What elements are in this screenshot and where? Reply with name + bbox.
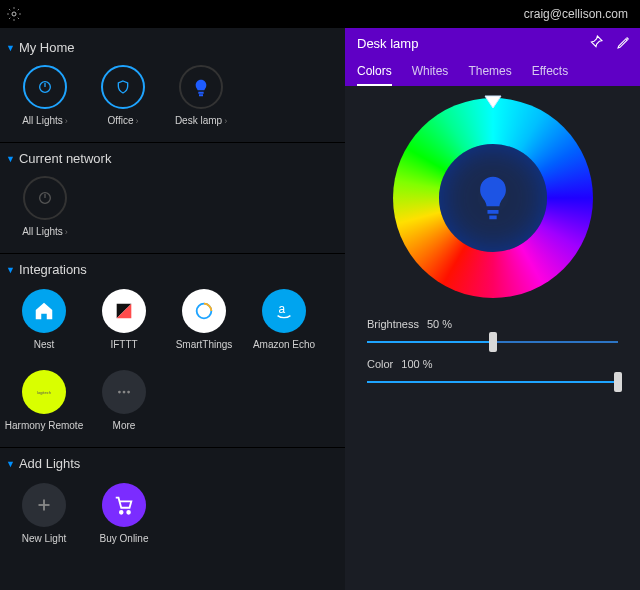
pin-icon[interactable]: [588, 34, 604, 52]
chip-new-light[interactable]: New Light: [18, 483, 70, 544]
brightness-value: 50 %: [427, 318, 452, 330]
collapse-icon: ▼: [6, 154, 15, 164]
color-label: Color: [367, 358, 393, 370]
collapse-icon: ▼: [6, 459, 15, 469]
chip-more[interactable]: More: [98, 370, 150, 431]
section-header-network[interactable]: ▼ Current network: [0, 145, 345, 172]
edit-pencil-icon[interactable]: [616, 34, 632, 52]
shield-icon: [115, 79, 131, 95]
section-title: Add Lights: [19, 456, 80, 471]
svg-text:a: a: [279, 302, 286, 316]
svg-point-16: [127, 511, 130, 514]
svg-point-15: [120, 511, 123, 514]
collapse-icon: ▼: [6, 43, 15, 53]
chip-smartthings[interactable]: SmartThings: [178, 289, 230, 350]
tab-themes[interactable]: Themes: [468, 58, 511, 86]
section-header-addlights[interactable]: ▼ Add Lights: [0, 450, 345, 477]
chip-nest[interactable]: Nest: [18, 289, 70, 350]
power-icon: [37, 79, 53, 95]
section-title: Integrations: [19, 262, 87, 277]
brightness-slider[interactable]: [367, 336, 618, 348]
chip-label: Harmony Remote: [5, 420, 83, 431]
divider: [0, 253, 345, 254]
device-desk-lamp[interactable]: Desk lamp›: [174, 65, 228, 126]
panel-title: Desk lamp: [357, 36, 418, 51]
chip-harmony-remote[interactable]: logitechHarmony Remote: [18, 370, 70, 431]
color-slider[interactable]: [367, 376, 618, 388]
color-picker-handle[interactable]: [483, 94, 503, 112]
settings-gear-icon[interactable]: [6, 6, 22, 22]
ifttt-icon: [102, 289, 146, 333]
ring-icon: [182, 289, 226, 333]
section-header-myhome[interactable]: ▼ My Home: [0, 34, 345, 61]
svg-text:logitech: logitech: [37, 390, 51, 395]
color-wheel[interactable]: [393, 98, 593, 298]
bulb-blue-icon: [193, 79, 209, 95]
device-label: Office›: [108, 115, 139, 126]
svg-point-11: [123, 391, 126, 394]
svg-point-12: [127, 391, 130, 394]
device-label: Desk lamp›: [175, 115, 227, 126]
text-logitech-icon: logitech: [22, 370, 66, 414]
divider: [0, 447, 345, 448]
section-header-integrations[interactable]: ▼ Integrations: [0, 256, 345, 283]
tab-colors[interactable]: Colors: [357, 58, 392, 86]
chip-label: SmartThings: [176, 339, 233, 350]
chip-label: IFTTT: [110, 339, 137, 350]
chip-label: New Light: [22, 533, 66, 544]
device-all-lights[interactable]: All Lights›: [18, 65, 72, 126]
chip-label: More: [113, 420, 136, 431]
chip-label: Buy Online: [100, 533, 149, 544]
account-email: craig@cellison.com: [524, 7, 628, 21]
device-office[interactable]: Office›: [96, 65, 150, 126]
amazon-icon: a: [262, 289, 306, 333]
chip-label: Nest: [34, 339, 55, 350]
plus-icon: [22, 483, 66, 527]
section-title: Current network: [19, 151, 111, 166]
bulb-icon: [439, 144, 547, 252]
collapse-icon: ▼: [6, 265, 15, 275]
device-label: All Lights›: [22, 115, 68, 126]
svg-point-10: [118, 391, 121, 394]
tab-whites[interactable]: Whites: [412, 58, 449, 86]
cart-icon: [102, 483, 146, 527]
chip-ifttt[interactable]: IFTTT: [98, 289, 150, 350]
dots-icon: [102, 370, 146, 414]
section-title: My Home: [19, 40, 75, 55]
home-icon: [22, 289, 66, 333]
color-value: 100 %: [401, 358, 432, 370]
device-label: All Lights›: [22, 226, 68, 237]
svg-marker-17: [485, 96, 501, 108]
chip-amazon-echo[interactable]: aAmazon Echo: [258, 289, 310, 350]
divider: [0, 142, 345, 143]
svg-point-0: [12, 12, 16, 16]
power-icon: [37, 190, 53, 206]
chip-label: Amazon Echo: [253, 339, 315, 350]
device-all-lights[interactable]: All Lights›: [18, 176, 72, 237]
chip-buy-online[interactable]: Buy Online: [98, 483, 150, 544]
brightness-label: Brightness: [367, 318, 419, 330]
tab-effects[interactable]: Effects: [532, 58, 568, 86]
